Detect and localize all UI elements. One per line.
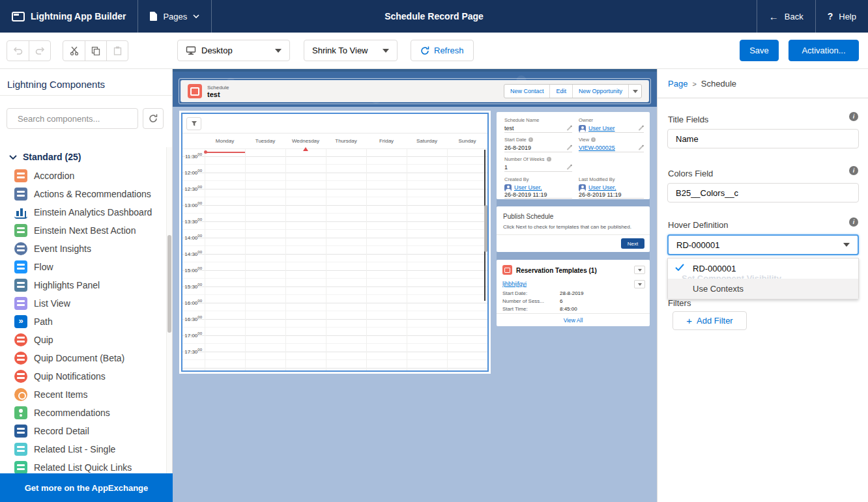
dropdown-option-use-contexts[interactable]: Use Contexts bbox=[668, 279, 858, 299]
owner-field[interactable]: User User bbox=[579, 124, 644, 133]
component-item-flow[interactable]: Flow bbox=[0, 258, 167, 276]
filters-label: Filters bbox=[668, 298, 691, 308]
colors-field-input[interactable] bbox=[667, 183, 859, 202]
component-item-path[interactable]: Path bbox=[0, 313, 167, 331]
hover-definition-label: Hover Definition bbox=[668, 220, 729, 230]
modified-by-link[interactable]: User User, bbox=[588, 184, 616, 191]
activation-button[interactable]: Activation... bbox=[788, 40, 859, 61]
event-insights-icon bbox=[14, 242, 27, 255]
info-icon[interactable]: i bbox=[849, 166, 858, 175]
add-filter-button[interactable]: + Add Filter bbox=[673, 311, 747, 330]
component-item-quip[interactable]: Quip bbox=[0, 331, 167, 349]
pages-menu[interactable]: Pages bbox=[138, 0, 212, 33]
component-item-list-view[interactable]: List View bbox=[0, 294, 167, 313]
view-mode-selector[interactable]: Shrink To View bbox=[304, 40, 398, 61]
component-item-quip-document[interactable]: Quip Document (Beta) bbox=[0, 349, 167, 367]
refresh-components-button[interactable] bbox=[143, 108, 164, 129]
info-icon[interactable]: i bbox=[849, 217, 858, 227]
component-item-quip-notifications[interactable]: Quip Notifications bbox=[0, 367, 167, 385]
list-view-icon bbox=[14, 297, 27, 310]
back-button[interactable]: ← Back bbox=[757, 0, 815, 33]
new-contact-button[interactable]: New Contact bbox=[504, 85, 550, 98]
sidebar-title: Lightning Components bbox=[7, 79, 105, 90]
sidebar-scrollbar-thumb[interactable] bbox=[167, 235, 171, 333]
schedule-name-field[interactable]: test bbox=[504, 124, 572, 133]
template-row-menu-button[interactable] bbox=[634, 280, 645, 288]
filter-button[interactable] bbox=[186, 117, 201, 130]
more-actions-button[interactable] bbox=[628, 85, 641, 98]
path-icon bbox=[14, 315, 27, 328]
component-list: Accordion Actions & Recommendations Eins… bbox=[0, 167, 167, 473]
flow-icon bbox=[14, 260, 27, 273]
help-button[interactable]: ? Help bbox=[815, 0, 868, 33]
related-list-component[interactable]: Reservation Templates (1) ljhbhijfgyi St… bbox=[497, 260, 650, 326]
new-opportunity-button[interactable]: New Opportunity bbox=[572, 85, 628, 98]
appexchange-button[interactable]: Get more on the AppExchange bbox=[0, 473, 173, 502]
breadcrumb: Page > Schedule bbox=[668, 79, 736, 89]
title-fields-input[interactable] bbox=[667, 129, 859, 148]
hover-definition-select[interactable]: RD-000001 bbox=[667, 234, 859, 255]
component-item-related-list-single[interactable]: Related List - Single bbox=[0, 440, 167, 458]
component-item-einstein-analytics-dashboard[interactable]: Einstein Analytics Dashboard bbox=[0, 203, 167, 221]
header-spacer bbox=[212, 0, 756, 33]
redo-button[interactable] bbox=[29, 41, 50, 61]
copy-button[interactable] bbox=[85, 41, 106, 61]
component-item-related-list-quick-links[interactable]: Related List Quick Links bbox=[0, 458, 167, 473]
info-icon[interactable]: i bbox=[849, 112, 858, 121]
component-item-record-detail[interactable]: Record Detail bbox=[0, 422, 167, 440]
component-item-recommendations[interactable]: Recommendations bbox=[0, 404, 167, 422]
refresh-button[interactable]: Refresh bbox=[411, 40, 474, 61]
edit-button[interactable]: Edit bbox=[549, 85, 572, 98]
edit-pencil-icon[interactable] bbox=[567, 145, 572, 150]
cut-icon bbox=[70, 46, 79, 55]
day-header: Saturday bbox=[407, 133, 447, 148]
view-all-link[interactable]: View All bbox=[497, 317, 650, 324]
paste-button[interactable] bbox=[106, 41, 128, 61]
save-button[interactable]: Save bbox=[740, 40, 779, 61]
day-header: Tuesday bbox=[245, 133, 285, 148]
publish-schedule-component[interactable]: Publish Schedule Click Next to check for… bbox=[497, 206, 650, 252]
edit-pencil-icon[interactable] bbox=[567, 126, 572, 131]
view-field[interactable]: VIEW-000025 bbox=[579, 144, 644, 152]
template-record-link[interactable]: ljhbhijfgyi bbox=[502, 281, 527, 287]
dropdown-option-rd-000001[interactable]: RD-000001 bbox=[668, 258, 858, 279]
component-item-einstein-next-best-action[interactable]: Einstein Next Best Action bbox=[0, 221, 167, 240]
component-item-accordion[interactable]: Accordion bbox=[0, 167, 167, 185]
row-value: 8:45:00 bbox=[560, 306, 577, 312]
component-item-event-insights[interactable]: Event Insights bbox=[0, 240, 167, 258]
view-link[interactable]: VIEW-000025 bbox=[579, 145, 615, 151]
record-header-component[interactable]: Schedule test New Contact Edit New Oppor… bbox=[181, 81, 648, 102]
time-gutter bbox=[182, 133, 205, 148]
weeks-field[interactable]: 1 bbox=[504, 163, 572, 172]
edit-pencil-icon[interactable] bbox=[567, 165, 572, 170]
add-filter-label: Add Filter bbox=[697, 316, 733, 326]
divider bbox=[497, 234, 650, 235]
cut-button[interactable] bbox=[63, 41, 85, 61]
calendar-scrollbar-thumb[interactable] bbox=[484, 205, 487, 252]
caret-down-icon bbox=[383, 49, 389, 53]
device-selector[interactable]: Desktop bbox=[177, 40, 290, 61]
highlights-panel-icon bbox=[14, 279, 27, 292]
change-owner-icon[interactable] bbox=[639, 126, 644, 131]
schedule-calendar-component[interactable]: Monday Tuesday Wednesday Thursday Friday… bbox=[179, 111, 491, 374]
component-item-highlights-panel[interactable]: Highlights Panel bbox=[0, 276, 167, 294]
component-item-actions-recommendations[interactable]: Actions & Recommendations bbox=[0, 185, 167, 203]
standard-section-toggle[interactable]: Standard (25) bbox=[9, 152, 81, 162]
current-time-indicator bbox=[205, 152, 245, 153]
app-brand: Lightning App Builder bbox=[0, 0, 138, 33]
builder-toolbar: Desktop Shrink To View Refresh Save Acti… bbox=[0, 33, 868, 69]
search-box bbox=[7, 108, 138, 129]
record-detail-component[interactable]: Schedule Name test Owner User User Start… bbox=[497, 112, 650, 199]
owner-link[interactable]: User User bbox=[588, 125, 615, 132]
related-list-menu-button[interactable] bbox=[634, 266, 645, 274]
sidebar-scrollbar[interactable] bbox=[166, 147, 172, 473]
undo-button[interactable] bbox=[7, 41, 29, 61]
search-input[interactable] bbox=[18, 114, 132, 124]
breadcrumb-page-link[interactable]: Page bbox=[668, 79, 687, 89]
start-date-field[interactable]: 26-8-2019 bbox=[504, 144, 572, 152]
component-item-recent-items[interactable]: Recent Items bbox=[0, 385, 167, 404]
edit-pencil-icon[interactable] bbox=[639, 145, 644, 150]
created-by-link[interactable]: User User, bbox=[514, 184, 542, 191]
caret-down-icon bbox=[275, 49, 282, 53]
next-button[interactable]: Next bbox=[621, 238, 644, 249]
